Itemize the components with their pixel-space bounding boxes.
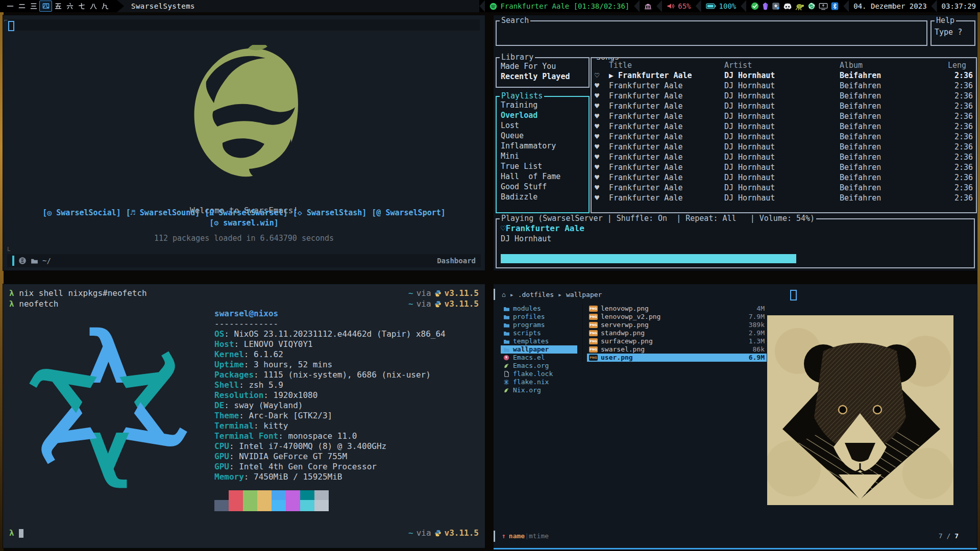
spotify-module[interactable]: Frankfurter Aale [01:38/02:36] [489, 2, 629, 10]
workspace-5[interactable] [52, 1, 64, 11]
workspace-9[interactable] [99, 1, 111, 11]
file-row[interactable]: PNG lenovowp_v2.png 7.9M [587, 313, 767, 321]
bluetooth-icon[interactable] [831, 2, 839, 10]
song-row[interactable]: ♥ Frankfurter Aale DJ Hornhaut Beifahren… [592, 121, 976, 132]
sort-direction-icon[interactable]: ↑ [502, 532, 506, 540]
song-row[interactable]: ♥ Frankfurter Aale DJ Hornhaut Beifahren… [592, 101, 976, 111]
liked-icon[interactable]: ♥ [595, 152, 609, 162]
song-row[interactable]: ♥ Frankfurter Aale DJ Hornhaut Beifahren… [592, 152, 976, 162]
sort-secondary[interactable]: mtime [529, 532, 549, 540]
dir-row[interactable]: templates [501, 337, 577, 345]
song-row[interactable]: ♥ Frankfurter Aale DJ Hornhaut Beifahren… [592, 172, 976, 183]
check-icon[interactable] [751, 2, 759, 10]
album-header: Album [840, 60, 948, 70]
file-row[interactable]: PNG lenovowp.png 4M [587, 305, 767, 313]
search-box[interactable]: Search [496, 20, 927, 46]
liked-icon[interactable]: ♥ [595, 101, 609, 111]
playlist-item[interactable]: Mini [501, 151, 589, 161]
file-row[interactable]: PNG standwp.png 2.9M [587, 329, 767, 337]
current-song-row[interactable]: ♡ ▶ Frankfurter Aale DJ Hornhaut Beifahr… [592, 70, 976, 81]
home-icon[interactable]: ⌂ [502, 291, 506, 298]
file-row[interactable]: PNG swarsel.png 86k [587, 345, 767, 354]
liked-icon[interactable]: ♥ [595, 111, 609, 121]
dir-row[interactable]: Nix.org [501, 386, 577, 394]
song-row[interactable]: ♥ Frankfurter Aale DJ Hornhaut Beifahren… [592, 91, 976, 101]
song-row[interactable]: ♥ Frankfurter Aale DJ Hornhaut Beifahren… [592, 132, 976, 142]
liked-icon[interactable]: ♥ [595, 172, 609, 183]
song-row[interactable]: ♥ Frankfurter Aale DJ Hornhaut Beifahren… [592, 81, 976, 91]
sort-primary[interactable]: name [509, 532, 525, 540]
turtle-icon[interactable] [795, 3, 804, 10]
playlist-item[interactable]: Hall of Fame [501, 171, 589, 182]
swarselswarsel-button[interactable]: [Ω SwarselSwarsel] [205, 208, 288, 217]
song-row[interactable]: ♥ Frankfurter Aale DJ Hornhaut Beifahren… [592, 162, 976, 172]
battery-module[interactable]: 100% [706, 2, 737, 10]
liked-icon[interactable]: ♥ [595, 162, 609, 172]
playlist-item[interactable]: True List [501, 161, 589, 171]
swarselsocial-button[interactable]: [◎ SwarselSocial] [42, 208, 121, 217]
emacs-tab-strip[interactable] [8, 19, 480, 31]
dir-row[interactable]: flake.lock [501, 370, 577, 378]
seek-bar[interactable] [501, 254, 970, 263]
breadcrumb-dir[interactable]: .dotfiles [518, 291, 554, 298]
dir-row[interactable]: Emacs.org [501, 362, 577, 370]
dir-row[interactable]: flake.nix [501, 378, 577, 386]
library-item[interactable]: Recently Played [501, 71, 589, 82]
syncthing-icon[interactable] [807, 2, 816, 10]
swarselsound-button[interactable]: [♬ SwarselSound] [126, 208, 200, 217]
liked-icon[interactable]: ♥ [595, 132, 609, 142]
swarselsport-button[interactable]: [@ SwarselSport] [372, 208, 446, 217]
heart-column [595, 60, 609, 70]
dir-row[interactable]: programs [501, 321, 577, 329]
song-row[interactable]: ♥ Frankfurter Aale DJ Hornhaut Beifahren… [592, 183, 976, 193]
workspace-4-active[interactable] [39, 1, 52, 12]
song-row[interactable]: ♥ Frankfurter Aale DJ Hornhaut Beifahren… [592, 142, 976, 152]
swarsel-win-button[interactable]: [⚙ swarsel.win] [209, 218, 278, 228]
workspace-6[interactable] [64, 1, 76, 11]
playlist-item[interactable]: Good Stuff [501, 182, 589, 192]
workspace-1[interactable] [4, 1, 16, 11]
workspace-7[interactable] [76, 1, 87, 11]
active-prompt[interactable]: λ [9, 528, 23, 538]
dir-row[interactable]: profiles [501, 313, 577, 321]
liked-icon[interactable]: ♥ [595, 183, 609, 193]
file-row[interactable]: PNG surfacewp.png 1.3M [587, 337, 767, 345]
playlist-item[interactable]: Training [501, 100, 589, 110]
file-row[interactable]: PNG user.png 6.9M [587, 354, 767, 362]
dir-row[interactable]: scripts [501, 329, 577, 337]
keyboard-module[interactable] [644, 3, 652, 10]
dir-row[interactable]: modules [501, 305, 577, 313]
workspace-2[interactable] [16, 1, 28, 11]
playlist-item[interactable]: Overload [501, 110, 589, 120]
heart-icon[interactable]: ♡ [501, 223, 506, 233]
liked-icon[interactable]: ♥ [595, 142, 609, 152]
terminal-window[interactable]: λ nix shell nixpkgs#neofetch ~ via v3.11… [3, 284, 485, 548]
volume-module[interactable]: 65% [667, 2, 691, 10]
liked-icon[interactable]: ♥ [595, 81, 609, 91]
modeline-path[interactable]: ~/ [42, 257, 51, 265]
dir-row[interactable]: wallpaper [501, 345, 577, 354]
app-box-icon[interactable] [772, 2, 780, 10]
workspace-8[interactable] [87, 1, 99, 11]
playlist-item[interactable]: Lost [501, 120, 589, 131]
song-row[interactable]: ♥ Frankfurter Aale DJ Hornhaut Beifahren… [592, 111, 976, 121]
file-row[interactable]: PNG serverwp.png 389k [587, 321, 767, 329]
breadcrumb-dir[interactable]: wallpaper [566, 291, 602, 298]
modeline-mode[interactable]: Dashboard [437, 257, 476, 265]
playlist-item[interactable]: Badizzle [501, 192, 589, 202]
liked-icon[interactable]: ♥ [595, 121, 609, 132]
liked-icon[interactable]: ♥ [595, 91, 609, 101]
shield-icon[interactable] [762, 2, 769, 10]
dir-row[interactable]: Emacs.el [501, 354, 577, 362]
discord-icon[interactable] [783, 3, 792, 10]
workspace-3[interactable] [28, 1, 39, 11]
liked-icon[interactable]: ♡ [595, 70, 609, 81]
playlist-item[interactable]: Inflammatory [501, 141, 589, 151]
song-row[interactable]: ♥ Frankfurter Aale DJ Hornhaut Beifahren… [592, 193, 976, 203]
liked-icon[interactable]: ♥ [595, 193, 609, 203]
playlist-item[interactable]: Queue [501, 131, 589, 141]
songs-box: Songs Title Artist Album Leng ♡ ▶ Frankf… [591, 57, 977, 213]
swarselstash-button[interactable]: [◇ SwarselStash] [293, 208, 367, 217]
screenshare-icon[interactable] [819, 3, 828, 10]
library-item[interactable]: Made For You [501, 61, 589, 71]
